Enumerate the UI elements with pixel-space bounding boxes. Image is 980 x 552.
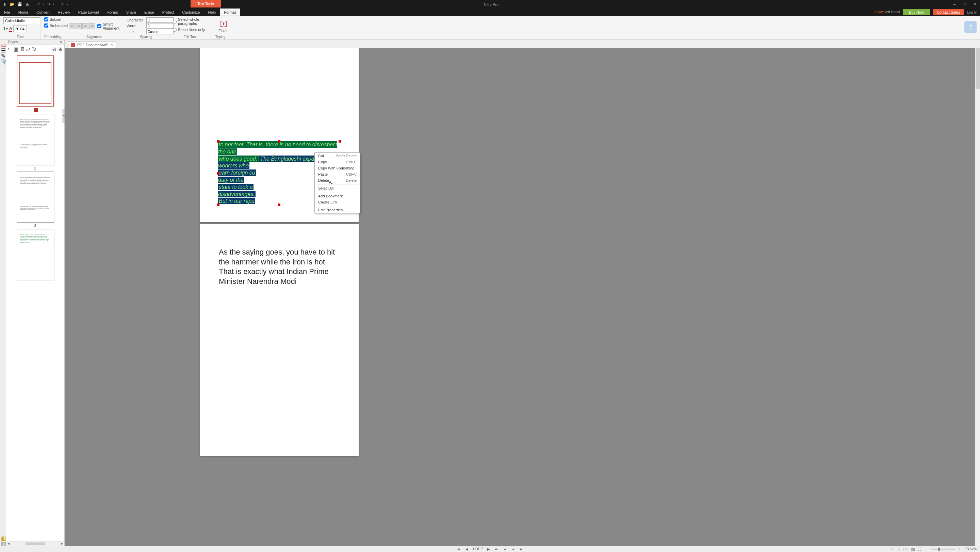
menu-help[interactable]: Help xyxy=(204,8,220,16)
smart-alignment-checkbox[interactable]: Smart Alignment xyxy=(97,22,119,30)
attachments-tab-icon[interactable]: 📎 xyxy=(1,58,5,62)
maximize-button[interactable]: ▢ xyxy=(959,0,970,8)
stop-icon[interactable]: ● xyxy=(511,547,515,551)
signatures-tab-icon[interactable]: ✎ xyxy=(1,53,5,57)
context-menu-cut[interactable]: CutShift+Delete xyxy=(315,153,360,159)
page-thumbnail-2[interactable]: As the saying goes, you have to hit the … xyxy=(17,114,54,170)
pages-thumbnails[interactable]: 1 As the saying goes, you have to hit th… xyxy=(6,52,64,541)
facing-continuous-view-icon[interactable]: ▯▯ xyxy=(911,547,915,552)
select-lines-only-radio[interactable]: Select lines only xyxy=(173,27,205,32)
document-tab[interactable]: PDF Document-05 ✕ xyxy=(68,41,116,48)
print-icon[interactable]: 🖶 xyxy=(24,2,30,7)
context-menu-select-all[interactable]: Select All xyxy=(315,185,360,191)
contact-sales-button[interactable]: Contact Sales xyxy=(933,9,964,15)
continuous-view-icon[interactable]: ▯ xyxy=(897,547,902,552)
text-line[interactable]: earn foreign cu xyxy=(218,169,256,176)
first-page-icon[interactable]: ⏮ xyxy=(456,547,461,551)
zoom-out-thumb-icon[interactable]: ⊖ xyxy=(52,46,57,51)
menu-protect[interactable]: Protect xyxy=(158,8,178,16)
scroll-right-icon[interactable]: ▶ xyxy=(60,541,64,546)
new-page-icon[interactable]: ▫ xyxy=(8,46,12,51)
bookmarks-tab-icon[interactable]: ☰ xyxy=(1,47,5,51)
zoom-in-thumb-icon[interactable]: ⊕ xyxy=(58,46,63,51)
help-badge-icon[interactable]: ? xyxy=(964,21,977,33)
align-right-icon[interactable]: ≡ xyxy=(82,23,89,29)
single-page-view-icon[interactable]: ▭ xyxy=(890,547,895,552)
save-icon[interactable]: 💾 xyxy=(17,2,22,7)
text-line[interactable]: But in our repu xyxy=(218,198,255,204)
page-thumbnail-3[interactable]: Whether it is the suppression of social … xyxy=(17,172,54,227)
context-menu-copy[interactable]: CopyCtrl+C xyxy=(315,159,360,165)
menu-home[interactable]: Home xyxy=(14,8,32,16)
login-link[interactable]: Log In xyxy=(967,10,977,14)
context-menu-add-bookmark[interactable]: Add Bookmark xyxy=(315,193,360,199)
text-line[interactable]: who does good. xyxy=(218,156,259,162)
text-line[interactable]: state to look a xyxy=(218,184,253,190)
panel-collapse-handle[interactable]: ◀ xyxy=(62,109,65,122)
page-2-text[interactable]: As the saying goes, you have to hit the … xyxy=(219,247,340,286)
page-thumbnail-1[interactable]: 1 xyxy=(17,56,54,113)
back-icon[interactable]: ◄ xyxy=(503,547,508,551)
forward-icon[interactable]: ► xyxy=(519,547,524,551)
zoom-percentage[interactable]: 73.62% xyxy=(964,547,977,551)
context-menu-delete[interactable]: DeleteDelete xyxy=(315,177,360,183)
facing-view-icon[interactable]: ▭▭ xyxy=(904,547,908,552)
minimize-button[interactable]: — xyxy=(950,0,959,8)
text-format-icon[interactable]: TT xyxy=(3,26,8,32)
page-2[interactable]: As the saying goes, you have to hit the … xyxy=(200,224,359,456)
fullscreen-icon[interactable]: ⛶ xyxy=(917,547,922,552)
prev-page-icon[interactable]: ◀ xyxy=(465,547,469,551)
undo-icon[interactable]: ↶ xyxy=(36,2,41,7)
pages-tab-icon[interactable]: ▭ xyxy=(1,42,5,46)
redo-dropdown[interactable]: ▾ xyxy=(53,3,54,6)
menu-erase[interactable]: Erase xyxy=(140,8,158,16)
document-vertical-scrollbar[interactable] xyxy=(975,48,980,546)
context-menu-create-link[interactable]: Create Link xyxy=(315,199,360,205)
page-thumbnail-4[interactable]: And the king of the times is, and will b… xyxy=(17,229,54,280)
pages-panel-close-icon[interactable]: ✕ xyxy=(59,40,62,44)
context-menu-copy-formatting[interactable]: Copy With Formatting xyxy=(315,165,360,171)
output-tab-icon[interactable]: ▥ xyxy=(1,541,5,544)
document-area[interactable]: to her feet. That is, there is no need t… xyxy=(65,48,975,546)
menu-format[interactable]: Format xyxy=(220,8,240,16)
customize-icon[interactable]: ⎘ xyxy=(60,2,65,7)
customize-dropdown[interactable]: ▾ xyxy=(67,3,68,6)
context-menu-paste[interactable]: PasteCtrl+V xyxy=(315,171,360,177)
menu-share[interactable]: Share xyxy=(122,8,140,16)
context-menu-edit-properties[interactable]: Edit Properties xyxy=(315,207,360,213)
menu-review[interactable]: Review xyxy=(54,8,74,16)
pages-horizontal-scrollbar[interactable]: ◀ ▶ xyxy=(6,541,64,546)
last-page-icon[interactable]: ⏭ xyxy=(495,547,499,551)
menu-forms[interactable]: Forms xyxy=(103,8,122,16)
document-tab-close-icon[interactable]: ✕ xyxy=(110,43,113,47)
font-family-select[interactable] xyxy=(3,17,40,24)
delete-page-icon[interactable]: 🗑 xyxy=(20,46,24,51)
scroll-left-icon[interactable]: ◀ xyxy=(6,541,11,546)
font-size-input[interactable] xyxy=(13,25,27,32)
menu-convert[interactable]: Convert xyxy=(32,8,54,16)
align-justify-icon[interactable]: ≡ xyxy=(89,23,95,29)
finish-button[interactable]: Finish xyxy=(215,18,232,34)
align-center-icon[interactable]: ≡ xyxy=(76,23,82,29)
scrollbar-thumb[interactable] xyxy=(975,48,980,89)
replace-page-icon[interactable]: ⇄ xyxy=(26,46,30,51)
align-left-icon[interactable]: ≡ xyxy=(69,23,75,29)
embedded-checkbox[interactable]: Embedded xyxy=(44,24,68,27)
rotate-page-icon[interactable]: ↻ xyxy=(32,46,37,51)
undo-dropdown[interactable]: ▾ xyxy=(43,3,44,6)
zoom-in-icon[interactable]: + xyxy=(957,547,962,552)
extract-page-icon[interactable]: ▣ xyxy=(14,46,18,51)
buy-now-button[interactable]: Buy Now xyxy=(903,9,930,15)
zoom-slider[interactable] xyxy=(931,549,955,550)
layers-tab-icon[interactable]: ◧ xyxy=(1,535,5,539)
select-whole-paragraphs-radio[interactable]: Select whole paragraphs xyxy=(173,17,207,25)
font-color-icon[interactable]: A xyxy=(9,26,12,32)
close-button[interactable]: ✕ xyxy=(970,0,980,8)
zoom-out-icon[interactable]: − xyxy=(924,547,929,552)
subset-checkbox[interactable]: Subset xyxy=(44,17,61,21)
next-page-icon[interactable]: ▶ xyxy=(486,547,491,551)
redo-icon[interactable]: ↷ xyxy=(46,2,51,7)
menu-file[interactable]: File xyxy=(0,8,14,16)
open-icon[interactable]: 📂 xyxy=(10,2,15,7)
menu-page-layout[interactable]: Page Layout xyxy=(74,8,103,16)
